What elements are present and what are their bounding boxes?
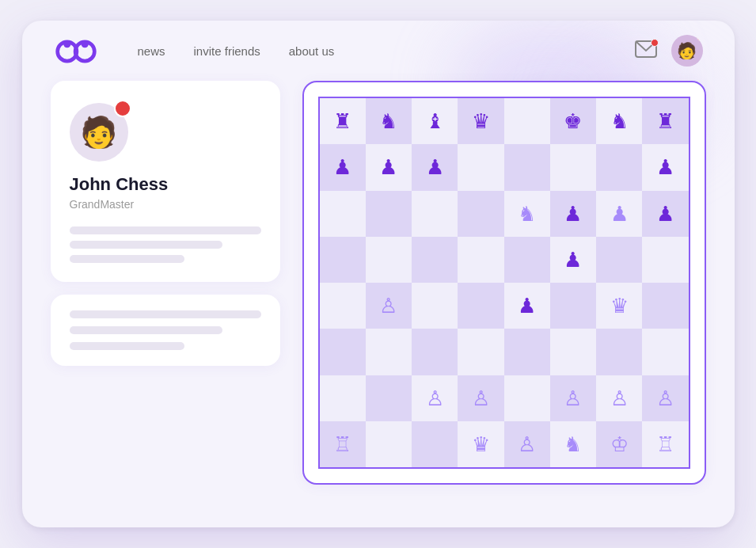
placeholder-line-1 [70, 226, 261, 234]
chess-cell-4-4[interactable]: ♟ [504, 283, 550, 329]
stat-line-3 [70, 342, 184, 350]
chess-cell-1-4[interactable] [504, 144, 550, 190]
chess-piece-1-2: ♟ [426, 157, 444, 177]
svg-point-3 [81, 40, 88, 48]
chess-cell-3-7[interactable] [642, 237, 688, 283]
chess-cell-2-4[interactable]: ♞ [504, 191, 550, 237]
chess-cell-4-1[interactable]: ♙ [366, 283, 412, 329]
chess-cell-0-1[interactable]: ♞ [366, 98, 412, 144]
chess-cell-0-6[interactable]: ♞ [596, 98, 642, 144]
chess-cell-0-4[interactable] [504, 98, 550, 144]
chess-cell-4-3[interactable] [458, 283, 503, 329]
svg-point-2 [63, 40, 70, 48]
nav-link-news[interactable]: news [138, 44, 165, 58]
chess-cell-1-2[interactable]: ♟ [412, 144, 458, 190]
profile-placeholder-lines [70, 226, 261, 263]
chess-cell-5-4[interactable] [504, 329, 550, 375]
chess-cell-4-6[interactable]: ♛ [596, 283, 642, 329]
chess-cell-1-5[interactable] [550, 144, 596, 190]
chess-cell-6-5[interactable]: ♙ [550, 375, 596, 421]
chess-cell-1-6[interactable] [596, 144, 642, 190]
chess-cell-1-0[interactable]: ♟ [320, 144, 366, 190]
chess-cell-2-7[interactable]: ♟ [642, 191, 688, 237]
chess-cell-2-1[interactable] [366, 191, 412, 237]
chess-cell-3-2[interactable] [412, 237, 458, 283]
chess-cell-1-3[interactable] [458, 144, 503, 190]
chess-cell-4-5[interactable] [550, 283, 596, 329]
chess-piece-0-7: ♜ [656, 111, 674, 131]
chess-cell-0-2[interactable]: ♝ [412, 98, 458, 144]
chess-cell-4-2[interactable] [412, 283, 458, 329]
chess-cell-5-6[interactable] [596, 329, 642, 375]
avatar-emoji: 🧑 [677, 41, 697, 60]
chess-piece-4-4: ♟ [518, 295, 536, 316]
chess-cell-1-7[interactable]: ♟ [642, 144, 688, 190]
chess-piece-6-3: ♙ [472, 388, 490, 409]
chess-piece-7-7: ♖ [656, 434, 674, 455]
chess-cell-2-0[interactable] [320, 191, 366, 237]
chess-piece-1-0: ♟ [333, 157, 351, 177]
chess-board[interactable]: ♜♞♝♛♚♞♜♟♟♟♟♞♟♟♟♟♙♟♛♙♙♙♙♙♖♛♙♞♔♖ [318, 97, 690, 469]
nav-link-invite-friends[interactable]: invite friends [194, 44, 260, 58]
chess-cell-6-1[interactable] [366, 375, 412, 421]
chess-piece-2-7: ♟ [656, 204, 674, 224]
placeholder-line-2 [70, 241, 223, 249]
chess-cell-5-1[interactable] [366, 329, 412, 375]
chess-cell-4-0[interactable] [320, 283, 366, 329]
chess-piece-2-6: ♟ [610, 204, 629, 224]
chess-cell-5-0[interactable] [320, 329, 366, 375]
chess-piece-0-6: ♞ [610, 111, 629, 131]
chess-cell-3-5[interactable]: ♟ [550, 237, 596, 283]
left-panel: 🧑 John Chess GrandMaster [51, 81, 280, 485]
chess-cell-1-1[interactable]: ♟ [366, 144, 412, 190]
chess-cell-4-7[interactable] [642, 283, 688, 329]
chess-cell-5-2[interactable] [412, 329, 458, 375]
chess-cell-6-4[interactable] [504, 375, 550, 421]
chess-cell-0-5[interactable]: ♚ [550, 98, 596, 144]
user-avatar-button[interactable]: 🧑 [671, 35, 703, 67]
mail-button[interactable] [635, 40, 657, 61]
chess-cell-6-2[interactable]: ♙ [412, 375, 458, 421]
chess-piece-0-5: ♚ [564, 111, 582, 131]
chess-board-container[interactable]: ♜♞♝♛♚♞♜♟♟♟♟♞♟♟♟♟♙♟♛♙♙♙♙♙♖♛♙♞♔♖ [302, 81, 706, 485]
chess-cell-3-0[interactable] [320, 237, 366, 283]
chess-cell-2-2[interactable] [412, 191, 458, 237]
chess-cell-0-0[interactable]: ♜ [320, 98, 366, 144]
logo[interactable] [54, 36, 98, 65]
chess-cell-5-5[interactable] [550, 329, 596, 375]
chess-cell-3-4[interactable] [504, 237, 550, 283]
chess-cell-3-6[interactable] [596, 237, 642, 283]
chess-cell-7-4[interactable]: ♙ [504, 421, 550, 467]
nav-links: news invite friends about us [138, 44, 635, 58]
chess-piece-0-2: ♝ [426, 111, 444, 131]
nav-link-about-us[interactable]: about us [289, 44, 335, 58]
chess-cell-6-7[interactable]: ♙ [642, 375, 688, 421]
chess-cell-5-3[interactable] [458, 329, 503, 375]
profile-avatar: 🧑 [70, 103, 128, 162]
chess-cell-7-5[interactable]: ♞ [550, 421, 596, 467]
chess-cell-6-6[interactable]: ♙ [596, 375, 642, 421]
chess-cell-7-3[interactable]: ♛ [458, 421, 503, 467]
chess-piece-1-1: ♟ [379, 157, 397, 177]
chess-cell-2-6[interactable]: ♟ [596, 191, 642, 237]
chess-cell-7-1[interactable] [366, 421, 412, 467]
chess-cell-3-1[interactable] [366, 237, 412, 283]
chess-cell-7-2[interactable] [412, 421, 458, 467]
chess-cell-7-7[interactable]: ♖ [642, 421, 688, 467]
chess-cell-0-7[interactable]: ♜ [642, 98, 688, 144]
chess-cell-0-3[interactable]: ♛ [458, 98, 503, 144]
avatar-notification-dot [697, 35, 703, 41]
chess-cell-5-7[interactable] [642, 329, 688, 375]
chess-cell-2-3[interactable] [458, 191, 503, 237]
chess-piece-2-4: ♞ [518, 204, 536, 224]
chess-cell-7-6[interactable]: ♔ [596, 421, 642, 467]
chess-piece-7-3: ♛ [472, 434, 490, 455]
chess-piece-7-5: ♞ [564, 434, 582, 455]
chess-cell-7-0[interactable]: ♖ [320, 421, 366, 467]
chess-cell-3-3[interactable] [458, 237, 503, 283]
chess-piece-7-6: ♔ [610, 434, 629, 455]
chess-cell-6-0[interactable] [320, 375, 366, 421]
chess-piece-7-4: ♙ [518, 434, 536, 455]
chess-cell-2-5[interactable]: ♟ [550, 191, 596, 237]
chess-cell-6-3[interactable]: ♙ [458, 375, 503, 421]
